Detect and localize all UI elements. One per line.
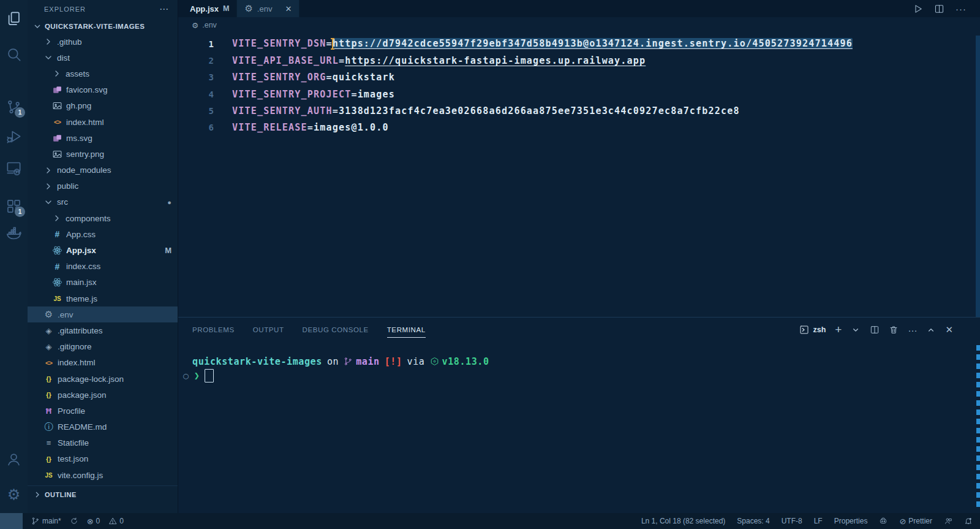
- status-label: 0: [119, 517, 124, 525]
- activity-explorer[interactable]: [0, 6, 28, 31]
- gear-file-icon: ⚙: [244, 3, 252, 14]
- tree-file-app-jsx[interactable]: App.jsxM: [28, 242, 178, 258]
- code-line-1[interactable]: 1VITE_SENTRY_DSN=https://d7942cdce55947f…: [178, 36, 980, 52]
- prompt-segment: [!]: [385, 356, 402, 367]
- tree-file--gitattributes[interactable]: ◈.gitattributes: [28, 322, 178, 338]
- panel-tab-terminal[interactable]: TERMINAL: [387, 318, 426, 342]
- panel-tab-debug-console[interactable]: DEBUG CONSOLE: [303, 318, 369, 342]
- status-errors[interactable]: ⊗0: [87, 517, 100, 526]
- status-eol[interactable]: LF: [814, 517, 823, 525]
- tree-folder-src[interactable]: src●: [28, 194, 178, 210]
- tree-file-test-json[interactable]: {}test.json: [28, 451, 178, 467]
- activity-run-debug[interactable]: [0, 124, 28, 148]
- tree-file-vite-config-js[interactable]: JSvite.config.js: [28, 467, 178, 483]
- more-actions-button[interactable]: ···: [908, 325, 917, 335]
- code-line-4[interactable]: 4VITE_SENTRY_PROJECT=images: [178, 86, 980, 102]
- panel-tab-output[interactable]: OUTPUT: [253, 318, 284, 342]
- tree-item-label: index.html: [66, 118, 104, 127]
- terminal-input-line[interactable]: ○❯: [183, 368, 980, 382]
- code-editor[interactable]: 1VITE_SENTRY_DSN=https://d7942cdce55947f…: [178, 36, 980, 317]
- tree-file-package-lock-json[interactable]: {}package-lock.json: [28, 371, 178, 387]
- new-terminal-button[interactable]: +: [835, 323, 842, 337]
- activity-docker[interactable]: [0, 221, 28, 245]
- git-branch-icon: [344, 357, 353, 366]
- prompt-status-circle: ○: [183, 370, 189, 381]
- tree-folder-components[interactable]: components: [28, 210, 178, 226]
- tab--env[interactable]: ⚙.env✕: [237, 0, 300, 17]
- tree-file-ms-svg[interactable]: ms.svg: [28, 130, 178, 146]
- status-warnings[interactable]: 0: [108, 517, 124, 525]
- code-line-5[interactable]: 5VITE_SENTRY_AUTH=3138d123facf4c7ea3e026…: [178, 102, 980, 119]
- bottom-panel: PROBLEMSOUTPUTDEBUG CONSOLETERMINAL zsh+…: [178, 317, 980, 513]
- editor-scrollbar[interactable]: [976, 36, 980, 317]
- maximize-panel-button[interactable]: [926, 325, 936, 335]
- debug-icon: [6, 128, 22, 145]
- more-actions-icon[interactable]: ⋯: [159, 4, 169, 15]
- terminal[interactable]: quickstark-vite-imagesonmain[!]viav18.13…: [178, 342, 980, 382]
- activity-search[interactable]: [0, 42, 28, 66]
- line-number: 1: [178, 39, 214, 49]
- code-line-3[interactable]: 3VITE_SENTRY_ORG=quickstark: [178, 69, 980, 86]
- tree-file-staticfile[interactable]: ≡Staticfile: [28, 435, 178, 451]
- tree-file-app-css[interactable]: #App.css: [28, 226, 178, 242]
- activity-account[interactable]: [0, 447, 28, 471]
- env-value-link[interactable]: https://quickstark-fastapi-images.up.rai…: [345, 55, 646, 66]
- tree-file-sentry-png[interactable]: sentry.png: [28, 146, 178, 162]
- tab-app-jsx[interactable]: App.jsxM: [178, 0, 237, 17]
- tree-folder--github[interactable]: .github: [28, 34, 178, 50]
- close-panel-button[interactable]: ✕: [945, 324, 953, 335]
- remote-indicator[interactable]: [0, 513, 23, 529]
- kill-terminal-button[interactable]: [889, 325, 899, 335]
- status-branch[interactable]: main*: [31, 517, 61, 525]
- status-formatter[interactable]: ⊘Prettier: [899, 517, 932, 526]
- tree-file-favicon-svg[interactable]: favicon.svg: [28, 82, 178, 98]
- code-line-6[interactable]: 6VITE_RELEASE=images@1.0.0: [178, 119, 980, 135]
- chevron-down: [43, 197, 53, 207]
- status-encoding[interactable]: UTF-8: [782, 517, 802, 525]
- tree-file-index-html[interactable]: <>index.html: [28, 114, 178, 130]
- more-actions-button[interactable]: ···: [956, 4, 967, 14]
- split-editor-button[interactable]: [934, 4, 944, 14]
- launch-profile-dropdown-button[interactable]: [851, 325, 861, 335]
- tree-item-label: Staticfile: [58, 438, 89, 447]
- tree-folder-public[interactable]: public: [28, 178, 178, 194]
- status-indentation[interactable]: Spaces: 4: [737, 517, 769, 525]
- tree-file-theme-js[interactable]: JStheme.js: [28, 291, 178, 306]
- tree-folder-assets[interactable]: assets: [28, 66, 178, 82]
- code-line-2[interactable]: 2VITE_API_BASE_URL=https://quickstark-fa…: [178, 52, 980, 69]
- panel-tab-problems[interactable]: PROBLEMS: [192, 318, 235, 342]
- activity-remote-explorer[interactable]: [0, 156, 28, 180]
- env-value-link[interactable]: https://d7942cdce55947f29ebf347d58b4913b…: [333, 38, 853, 49]
- terminal-shell-selector[interactable]: zsh: [799, 325, 826, 335]
- tree-file-readme-md[interactable]: ⓘREADME.md: [28, 419, 178, 435]
- tree-file-gh-png[interactable]: gh.png: [28, 98, 178, 114]
- breadcrumb[interactable]: ⚙ .env: [178, 17, 980, 33]
- tree-file-index-html[interactable]: <>index.html: [28, 355, 178, 371]
- tree-folder-dist[interactable]: dist: [28, 50, 178, 66]
- close-icon[interactable]: ✕: [285, 4, 292, 13]
- tree-folder-node-modules[interactable]: node_modules: [28, 162, 178, 178]
- activity-source-control[interactable]: 1: [0, 94, 28, 119]
- status-copilot[interactable]: [879, 517, 888, 525]
- status-language-mode[interactable]: Properties: [834, 517, 868, 525]
- tree-file-package-json[interactable]: {}package.json: [28, 387, 178, 403]
- run-button[interactable]: [913, 4, 923, 14]
- split-terminal-button[interactable]: [870, 325, 880, 335]
- status-feedback[interactable]: [944, 517, 952, 525]
- root-folder-label: QUICKSTARK-VITE-IMAGES: [45, 23, 145, 30]
- activity-settings[interactable]: ⚙: [0, 482, 28, 507]
- vscode-window: 11 ⚙ EXPLORER ⋯ QUICKSTARK-VITE-IMAGES .…: [0, 0, 980, 529]
- html-file-icon: <>: [43, 357, 54, 368]
- tree-file--gitignore[interactable]: ◈.gitignore: [28, 339, 178, 355]
- activity-extensions[interactable]: 1: [0, 194, 28, 218]
- explorer-root-folder[interactable]: QUICKSTARK-VITE-IMAGES: [28, 18, 178, 34]
- tree-file-procfile[interactable]: ĦProcfile: [28, 403, 178, 419]
- outline-section[interactable]: OUTLINE: [28, 485, 178, 503]
- terminal-scroll-strip[interactable]: [976, 345, 980, 508]
- tree-file-main-jsx[interactable]: main.jsx: [28, 275, 178, 291]
- status-notifications[interactable]: [964, 517, 973, 525]
- status-sync[interactable]: [70, 517, 78, 525]
- tree-file--env[interactable]: ⚙.env: [28, 306, 178, 322]
- tree-file-index-css[interactable]: #index.css: [28, 259, 178, 275]
- status-cursor-position[interactable]: Ln 1, Col 18 (82 selected): [641, 517, 725, 525]
